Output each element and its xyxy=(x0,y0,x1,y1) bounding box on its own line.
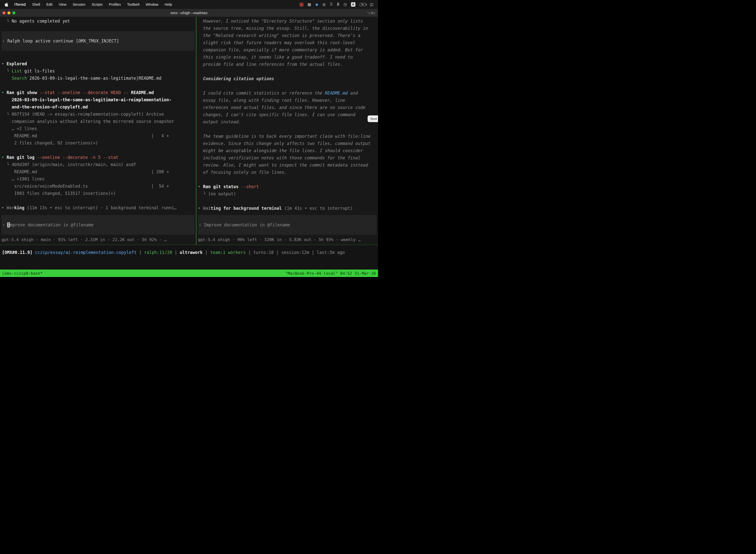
close-button[interactable] xyxy=(2,11,5,14)
text-segment: | xyxy=(246,250,253,255)
left-prompt-input[interactable]: › Improve documentation in @filename xyxy=(1,215,194,235)
terminal-line: references need actual files, and since … xyxy=(198,104,378,111)
text-segment: Ran xyxy=(6,155,17,160)
menubar-status-icons: ▦◆◎⠿8◷A61◫ xyxy=(300,2,374,7)
text-segment: Wai xyxy=(203,206,210,211)
text-segment: 1903 files changed, 513517 insertions(+) xyxy=(1,191,116,196)
blank-line xyxy=(198,176,378,183)
left-pane-output: └ No agents completed yet› Ralph loop ac… xyxy=(1,18,196,212)
dots-grid-icon[interactable]: ⠿ xyxy=(330,3,333,6)
text-segment: └ xyxy=(1,112,12,117)
left-status-line: gpt-5.4 xhigh · main · 91% left · 2.31M … xyxy=(1,236,196,243)
left-pane[interactable]: └ No agents completed yet› Ralph loop ac… xyxy=(0,17,196,245)
text-segment: src/voice/voiceModeEnabled.ts | 54 + xyxy=(1,184,169,189)
screen-recording-indicator[interactable] xyxy=(300,3,303,6)
window-title: omx --xhigh --madmax xyxy=(0,11,378,15)
terminal-line: └ List git ls-files xyxy=(1,67,196,75)
menu-session[interactable]: Session xyxy=(73,2,85,6)
text-cursor: I xyxy=(7,222,10,227)
input-placeholder: mprove documentation in @filename xyxy=(10,222,94,227)
clock-app-icon[interactable]: ◷ xyxy=(343,3,347,6)
text-segment: essay file, along with finding root file… xyxy=(198,98,345,103)
screen-share-tooltip: Scre xyxy=(368,115,378,122)
text-segment: --stat --oneline --decorate xyxy=(40,90,111,95)
menu-shell[interactable]: Shell xyxy=(32,2,40,6)
terminal-line: └ 4b9d30f (origin/main, instructkr/main,… xyxy=(1,161,196,168)
text-segment: Explored xyxy=(6,61,27,66)
text-segment: king xyxy=(14,205,24,210)
text-segment: the "Related research writing" section i… xyxy=(198,33,360,38)
text-segment xyxy=(1,97,12,102)
menu-window[interactable]: Window xyxy=(145,2,159,6)
terminal-line: 1903 files changed, 513517 insertions(+) xyxy=(1,190,196,197)
text-segment: • xyxy=(1,205,6,210)
text-segment: List xyxy=(12,68,22,73)
blank-line xyxy=(198,198,378,205)
terminal-line: … +1901 lines xyxy=(1,175,196,183)
terminal-line: the "Related research writing" section i… xyxy=(198,32,378,39)
badge-8-icon[interactable]: 8 xyxy=(337,3,339,6)
menu-toolbelt[interactable]: Toolbelt xyxy=(127,2,139,6)
text-segment: including verification notes with those … xyxy=(198,155,360,160)
blank-line xyxy=(198,82,378,90)
terminal-line: I could cite commit statistics or refere… xyxy=(198,90,378,97)
prompt-chevron-icon: › xyxy=(2,222,7,227)
text-segment: README.md | 280 + xyxy=(1,169,169,174)
text-segment: • xyxy=(1,155,6,160)
apple-menu[interactable] xyxy=(4,2,8,7)
text-segment: (11m 13s • esc to interrupt) · 1 backgro… xyxy=(24,205,177,210)
text-segment: turns:10 xyxy=(253,250,273,255)
terminal-line: └ No agents completed yet xyxy=(1,18,196,25)
right-prompt-input[interactable]: › Improve documentation in @filename xyxy=(198,215,377,235)
text-segment: I could cite commit statistics or refere… xyxy=(198,91,325,96)
text-segment: … +2 lines xyxy=(1,126,37,131)
menu-view[interactable]: View xyxy=(59,2,66,6)
input-source-icon[interactable]: A xyxy=(351,2,356,7)
minimize-button[interactable] xyxy=(7,11,10,14)
text-segment: changes, I can't cite specific file line… xyxy=(198,112,356,117)
window-shortcut-label: ⌥⌘1 xyxy=(367,11,376,15)
text-segment: Ralph loop active continue [OMX_TMUX_INJ… xyxy=(7,39,119,44)
menu-iterm2[interactable]: iTerm2 xyxy=(14,2,26,6)
apple-logo-icon xyxy=(4,2,8,7)
text-segment: • xyxy=(198,184,203,189)
text-segment: companion analysis without altering the … xyxy=(1,119,174,124)
text-segment: --oneline --decorate xyxy=(37,155,90,160)
text-segment: | xyxy=(309,250,317,255)
terminal-line: • Waiting for background terminal (1m 41… xyxy=(198,205,378,212)
battery-icon[interactable]: 61 xyxy=(360,3,366,6)
terminal-line: • Ran git log --oneline --decorate -n 5 … xyxy=(1,154,196,161)
text-segment: references need actual files, and since … xyxy=(198,105,366,110)
zoom-button[interactable] xyxy=(12,11,15,14)
text-segment: this single essay, it seems like a good … xyxy=(198,55,353,60)
menu-profiles[interactable]: Profiles xyxy=(109,2,121,6)
text-segment: might be acceptable alongside the file l… xyxy=(198,148,363,153)
blank-line xyxy=(1,197,196,204)
blue-app-icon[interactable]: ◆ xyxy=(315,3,318,6)
terminal-line: • Ran git show --stat --oneline --decora… xyxy=(1,89,196,96)
text-segment: and xyxy=(348,91,358,96)
window-titlebar[interactable]: omx --xhigh --madmax ⌥⌘1 xyxy=(0,9,378,17)
text-segment: └ xyxy=(1,162,12,167)
menu-scripts[interactable]: Scripts xyxy=(92,2,103,6)
menu-edit[interactable]: Edit xyxy=(46,2,53,6)
terminal-line: … +2 lines xyxy=(1,125,196,132)
grid-app-icon[interactable]: ▦ xyxy=(308,3,311,6)
menu-help[interactable]: Help xyxy=(165,2,172,6)
control-center-icon[interactable]: ◫ xyxy=(370,3,374,6)
terminal-line: and-the-erosion-of-copyleft.md xyxy=(1,104,196,111)
terminal-line: • Working (11m 13s • esc to interrupt) ·… xyxy=(1,204,196,212)
terminal-line: 2 files changed, 92 insertions(+) xyxy=(1,140,196,147)
text-segment: The team guideline is to back every impo… xyxy=(198,134,371,139)
screen: iTerm2 ShellEditViewSessionScriptsProfil… xyxy=(0,0,378,277)
target-app-icon[interactable]: ◎ xyxy=(322,3,326,6)
text-segment: cczip/essay/ai-reimplementation-copyleft xyxy=(35,250,136,255)
text-segment: of focusing solely on file lines. xyxy=(198,170,287,175)
text-segment: companion file, especially if more comme… xyxy=(198,47,363,52)
terminal-line: However, I noticed the "Directory Struct… xyxy=(198,18,378,25)
terminal-line: Considering citation options xyxy=(198,75,378,82)
right-pane[interactable]: However, I noticed the "Directory Struct… xyxy=(196,17,378,245)
terminal-line: companion analysis without altering the … xyxy=(1,118,196,125)
terminal-line: src/voice/voiceModeEnabled.ts | 54 + xyxy=(1,183,196,190)
menubar-menus: iTerm2 ShellEditViewSessionScriptsProfil… xyxy=(4,2,172,7)
